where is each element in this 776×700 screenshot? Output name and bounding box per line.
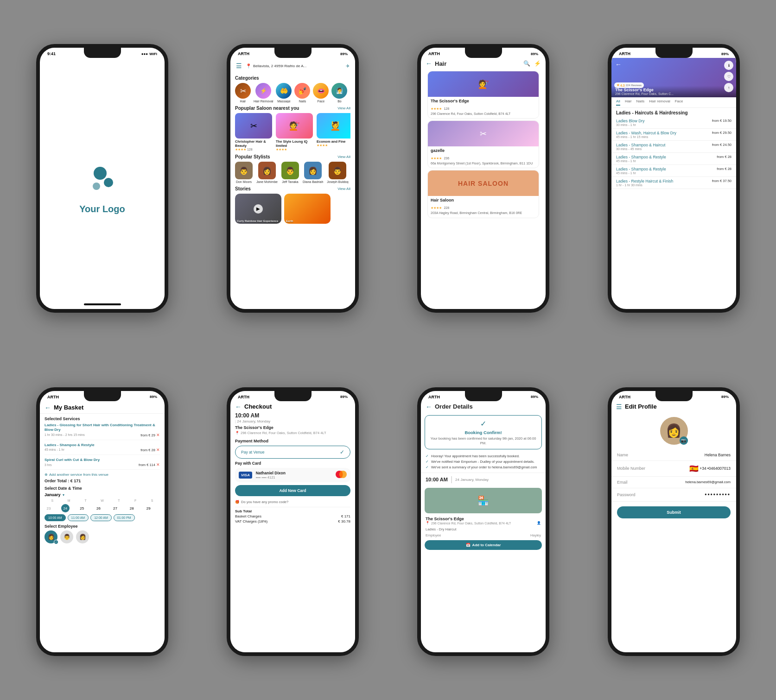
cat-bo-circle: 🧖 bbox=[331, 83, 347, 99]
cat-hair[interactable]: ✂ Hair bbox=[235, 83, 251, 103]
menu-icon[interactable]: ☰ bbox=[236, 62, 242, 69]
basket-item-row-1: 1 hr 30 mins - 2 hrs 15 mins from € 29 ✕ bbox=[45, 433, 160, 437]
location-bar[interactable]: ☰ 📍 Bellavista, 2 4959l Riafrio de A... … bbox=[236, 61, 350, 71]
search-icon-3[interactable]: 🔍 bbox=[523, 60, 530, 67]
favorite-btn[interactable]: ♡ bbox=[724, 72, 733, 81]
add-card-btn[interactable]: Add New Card bbox=[235, 485, 350, 496]
tab-nails[interactable]: Nails bbox=[636, 99, 645, 106]
saloon-view-all[interactable]: View All bbox=[337, 106, 350, 110]
slot-1pm[interactable]: 01:00 PM bbox=[114, 514, 135, 521]
venue-card-3[interactable]: HAIR SALOON Hair Saloon ★★★★ 228 203A Ha… bbox=[427, 170, 539, 218]
phone-frame-2: ARTH 89% ☰ 📍 Bellavista, 2 4959l Riafrio… bbox=[227, 44, 359, 313]
cat-face[interactable]: 👄 Face bbox=[313, 83, 329, 103]
service-row-2[interactable]: Ladies - Wash, Haircut & Blow Dry 45 min… bbox=[611, 129, 736, 141]
service-row-3[interactable]: Ladies - Shampoo & Haircut 30 mins - 45 … bbox=[611, 141, 736, 153]
check-item-2: ✓ We've notified Hair Emporium - Dudley … bbox=[426, 460, 541, 464]
cat-bo[interactable]: 🧖 Bo bbox=[331, 83, 347, 103]
remove-btn-1[interactable]: ✕ bbox=[156, 433, 160, 437]
navigate-icon[interactable]: ✈ bbox=[346, 63, 350, 69]
add-service-text: Add another service from this venue bbox=[49, 473, 108, 477]
stylist-1[interactable]: 👨 Don Moors bbox=[235, 162, 253, 183]
stylist-5[interactable]: 👨 Joseph Buldog bbox=[327, 162, 348, 183]
service-row-1[interactable]: Ladies Blow Dry 30 mins - 1 hr from € 19… bbox=[611, 117, 736, 129]
back-arrow-4[interactable]: ← bbox=[615, 61, 622, 68]
name-value[interactable]: Helena Barnes bbox=[705, 453, 731, 457]
service-row-5[interactable]: Ladies - Shampoo & Restyle 45 mins - 1 h… bbox=[611, 165, 736, 177]
filter-icon-3[interactable]: ⚡ bbox=[534, 60, 541, 67]
story-2[interactable]: Earth bbox=[284, 194, 331, 224]
password-value[interactable]: ••••••••• bbox=[705, 492, 731, 498]
service-row-4[interactable]: Ladies - Shampoo & Restyle 45 mins - 1 h… bbox=[611, 153, 736, 165]
back-arrow-7[interactable]: ← bbox=[426, 403, 432, 410]
remove-btn-2[interactable]: ✕ bbox=[156, 448, 160, 452]
slot-11am[interactable]: 11:00 AM bbox=[68, 514, 89, 521]
month-dropdown-icon[interactable]: ▾ bbox=[63, 493, 64, 497]
check-2-text: We've notified Hair Emporium - Dudley of… bbox=[431, 460, 534, 464]
add-to-calendar-btn[interactable]: 📅 Add to Calendar bbox=[425, 540, 542, 550]
stories-view-all[interactable]: View All bbox=[337, 187, 350, 191]
tab-all[interactable]: All bbox=[616, 99, 620, 106]
stylist-2[interactable]: 👩 Jane Mohimbe bbox=[256, 162, 278, 183]
venue-card-2[interactable]: ✂ gazelle ★★★★ 236 66a Montgomery Street… bbox=[427, 120, 539, 168]
subtotal-title: Sub Total bbox=[235, 509, 252, 513]
service-row-6[interactable]: Ladies - Restyle Haircut & Finish 1 hr -… bbox=[611, 177, 736, 189]
cat-removal[interactable]: ⚡ Hair Removal bbox=[254, 83, 273, 103]
cal-23[interactable]: 23 bbox=[45, 504, 53, 512]
cal-29[interactable]: 29 bbox=[144, 504, 153, 512]
cal-27[interactable]: 27 bbox=[111, 504, 119, 512]
info-btn[interactable]: ℹ bbox=[724, 61, 733, 70]
employee-avatar-2[interactable]: 👨 bbox=[60, 530, 73, 543]
story-1[interactable]: ▶ Curly Rainbow Hair Experience bbox=[235, 194, 281, 224]
saloon-card-3[interactable]: 💆 Econom and Fine ★★★★ bbox=[317, 113, 350, 151]
cal-24-today[interactable]: 24 bbox=[61, 504, 70, 512]
battery-5: 89% bbox=[150, 395, 157, 399]
remove-btn-3[interactable]: ✕ bbox=[156, 462, 160, 467]
employee-avatar-3[interactable]: 👩 bbox=[76, 530, 89, 543]
check-3-text: We've sent a summary of your order to he… bbox=[431, 465, 537, 469]
stylists-view-all[interactable]: View All bbox=[337, 155, 350, 159]
saloon-name-1: Christopher Hair & Beauty bbox=[235, 139, 272, 148]
stylist-3[interactable]: 👨 Jeff Tanaka bbox=[281, 162, 299, 183]
email-value[interactable]: helena.barnes69@gmail.com bbox=[685, 480, 731, 484]
share-btn[interactable]: ↑ bbox=[724, 83, 733, 92]
venue-card-1[interactable]: 💇 The Scissor's Edge ★★★★ 128 296 Claren… bbox=[427, 71, 539, 119]
menu-icon-profile[interactable]: ☰ bbox=[616, 403, 622, 410]
camera-badge[interactable]: 📷 bbox=[680, 436, 688, 445]
stylist-4[interactable]: 👩 Diana Badriah bbox=[303, 162, 323, 183]
card-row[interactable]: VISA Nathaniel Dixon •••• •••• 4121 bbox=[235, 468, 350, 482]
pay-venue-btn[interactable]: Pay at Venue ✓ bbox=[235, 446, 350, 459]
cal-28[interactable]: 28 bbox=[127, 504, 136, 512]
service-section-title: Ladies - Haircuts & Hairdressing bbox=[611, 108, 736, 117]
employee-avatar-1[interactable]: 👩 ✓ bbox=[45, 530, 57, 543]
tab-hair-removal[interactable]: Hair removal bbox=[649, 99, 670, 106]
saloon-card-1[interactable]: ✂ Christopher Hair & Beauty ★★★★ 128 bbox=[235, 113, 272, 151]
mobile-value-row[interactable]: 🇪🇸 +34 •0464007013 bbox=[689, 464, 731, 473]
tab-hair[interactable]: Hair bbox=[625, 99, 632, 106]
cat-massage[interactable]: 🤲 Massage bbox=[276, 83, 292, 103]
order-person-icon: 👤 bbox=[537, 521, 541, 525]
categories-screen: ARTH 89% ☰ 📍 Bellavista, 2 4959l Riafrio… bbox=[230, 48, 355, 309]
status-icons: ●●● WiFi bbox=[141, 52, 157, 56]
tab-face[interactable]: Face bbox=[675, 99, 683, 106]
rating-badge: ★ 4.3 224 Reviews bbox=[614, 82, 644, 88]
add-service-link[interactable]: ⊕ Add another service from this venue bbox=[45, 473, 160, 477]
subtotal-title-row: Sub Total bbox=[235, 509, 350, 513]
popular-stylists-title: Popular Stylists bbox=[235, 154, 270, 159]
submit-btn[interactable]: Submit bbox=[617, 506, 731, 518]
back-arrow-5[interactable]: ← bbox=[45, 404, 51, 411]
saloon-cards: ✂ Christopher Hair & Beauty ★★★★ 128 💇 T… bbox=[235, 113, 350, 151]
cal-26[interactable]: 26 bbox=[95, 504, 103, 512]
profile-screen: ARTH 89% ☰ Edit Profile 👩 📷 bbox=[611, 391, 736, 652]
slot-12am[interactable]: 12:00 AM bbox=[90, 514, 112, 521]
cat-nails[interactable]: 💅 Nails bbox=[294, 83, 310, 103]
back-arrow-3[interactable]: ← bbox=[426, 60, 432, 67]
basket-item-3: Spiral Curl with Cut & Blow Dry 3 hrs fr… bbox=[45, 458, 160, 470]
saloon-card-2[interactable]: 💇 The Style Loung IQ limited ★★★★ bbox=[276, 113, 313, 151]
basket-item-row-3: 3 hrs from € 114 ✕ bbox=[45, 462, 160, 467]
cal-25[interactable]: 25 bbox=[78, 504, 86, 512]
cat-massage-label: Massage bbox=[277, 100, 290, 103]
slot-10am[interactable]: 10:00 AM bbox=[45, 514, 66, 521]
back-arrow-6[interactable]: ← bbox=[235, 403, 242, 410]
employee-name: Hayley bbox=[530, 533, 541, 537]
play-button-1[interactable]: ▶ bbox=[254, 204, 263, 214]
